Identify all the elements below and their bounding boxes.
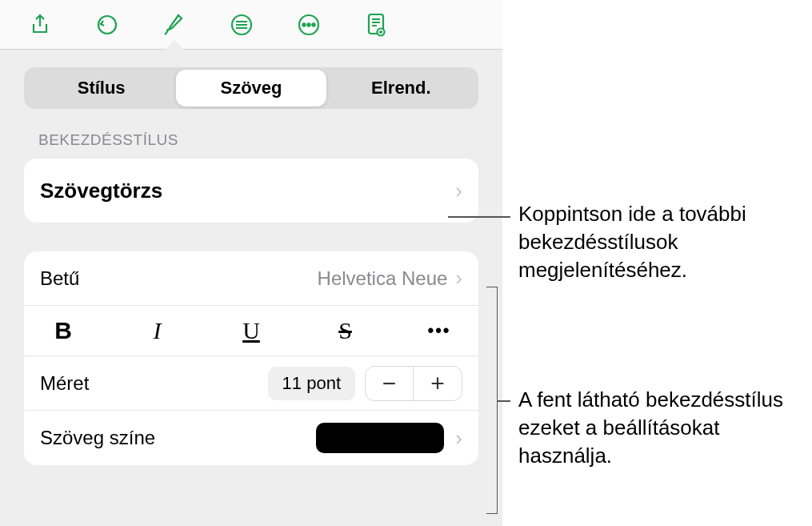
callout-bracket: [486, 287, 498, 514]
format-brush-icon[interactable]: [160, 10, 189, 39]
text-style-buttons-row: B I U S •••: [24, 306, 478, 356]
tab-layout[interactable]: Elrend.: [326, 70, 476, 106]
callout-paragraph-styles: Koppintson ide a további bekezdésstíluso…: [518, 200, 806, 284]
tab-text[interactable]: Szöveg: [176, 70, 326, 106]
svg-point-8: [379, 30, 382, 34]
document-view-icon[interactable]: [362, 10, 390, 39]
undo-icon[interactable]: [93, 10, 122, 39]
paragraph-style-row[interactable]: Szövegtörzs ›: [24, 159, 478, 223]
more-icon[interactable]: [294, 10, 323, 39]
paragraph-style-card: Szövegtörzs ›: [24, 159, 478, 223]
toolbar: [0, 0, 502, 50]
text-color-label: Szöveg színe: [40, 427, 316, 449]
share-icon[interactable]: [26, 10, 54, 39]
text-color-swatch[interactable]: [316, 423, 444, 453]
format-tabs: Stílus Szöveg Elrend.: [24, 67, 478, 109]
paragraph-style-name: Szövegtörzs: [40, 179, 455, 203]
chevron-right-icon: ›: [455, 179, 462, 203]
size-row: Méret 11 pont − +: [24, 356, 478, 411]
tab-style[interactable]: Stílus: [26, 70, 176, 106]
size-label: Méret: [40, 372, 268, 395]
chevron-right-icon: ›: [455, 266, 462, 291]
section-label-paragraph-style: BEKEZDÉSSTÍLUS: [38, 131, 478, 149]
size-value: 11 pont: [268, 367, 355, 400]
italic-button[interactable]: I: [142, 317, 173, 344]
font-label: Betű: [40, 267, 318, 290]
callout-settings-used: A fent látható bekezdésstílus ezeket a b…: [518, 386, 806, 470]
text-settings-card: Betű Helvetica Neue › B I U S ••• Méret …: [24, 251, 478, 465]
more-text-styles-button[interactable]: •••: [424, 320, 454, 341]
strikethrough-button[interactable]: S: [330, 317, 361, 344]
font-value: Helvetica Neue: [318, 267, 448, 290]
text-color-row[interactable]: Szöveg színe ›: [24, 411, 478, 465]
svg-point-4: [307, 23, 310, 26]
size-decrease-button[interactable]: −: [366, 367, 414, 400]
underline-button[interactable]: U: [236, 317, 266, 344]
bold-button[interactable]: B: [48, 317, 78, 344]
align-icon[interactable]: [227, 10, 256, 39]
size-increase-button[interactable]: +: [414, 367, 462, 400]
chevron-right-icon: ›: [455, 426, 462, 451]
callout-line: [498, 400, 510, 402]
font-row[interactable]: Betű Helvetica Neue ›: [24, 251, 478, 306]
callout-line: [448, 216, 510, 218]
svg-point-5: [312, 23, 314, 26]
format-panel: Stílus Szöveg Elrend. BEKEZDÉSSTÍLUS Szö…: [0, 50, 502, 526]
svg-point-3: [302, 23, 305, 26]
size-stepper: − +: [365, 366, 462, 401]
